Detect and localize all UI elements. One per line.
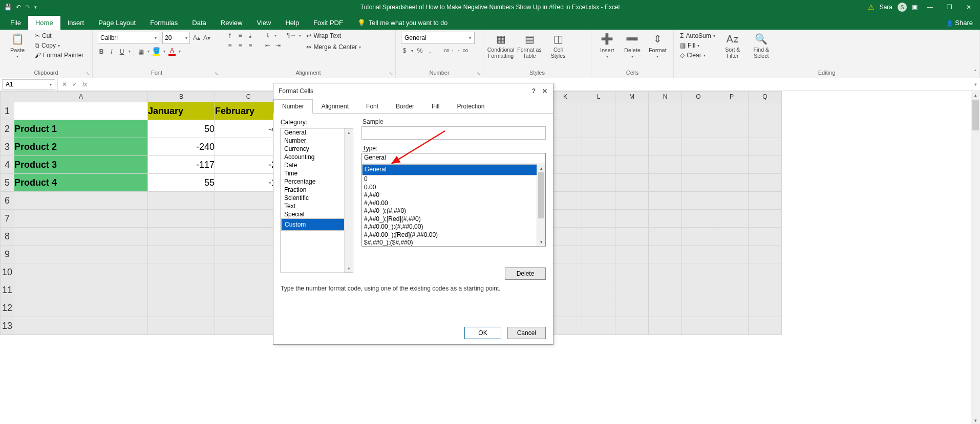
cell[interactable] [615,228,649,246]
indent-increase-icon[interactable]: ⇥ [274,42,282,49]
cell[interactable] [749,317,782,335]
close-window-button[interactable]: ✕ [962,4,976,11]
share-button[interactable]: 👤 Share [939,16,980,30]
tell-me[interactable]: 💡 Tell me what you want to do [350,16,455,30]
alignment-launcher-icon[interactable]: ⤡ [389,71,393,76]
dialog-tab-protection[interactable]: Protection [448,99,493,114]
type-item[interactable]: #,##0.00_);[Red](#,##0.00) [362,231,545,239]
cell[interactable]: -21 [215,156,282,174]
row-header[interactable]: 12 [1,299,14,317]
align-center-icon[interactable]: ≡ [237,42,244,49]
cell[interactable] [549,263,582,281]
cell[interactable] [148,246,215,263]
cell[interactable] [615,299,649,317]
copy-button[interactable]: ⧉Copy▾ [34,41,84,50]
cell[interactable] [715,317,749,335]
type-item[interactable]: General [362,164,545,175]
border-button[interactable]: ▦ [137,48,144,55]
type-item[interactable]: #,##0.00_);(#,##0.00) [362,223,545,231]
cell[interactable] [14,246,148,263]
tab-home[interactable]: Home [28,16,60,30]
col-header[interactable]: C [215,92,282,102]
col-header[interactable]: L [582,92,615,102]
cell[interactable] [215,210,282,228]
row-header[interactable]: 7 [1,210,14,228]
cell[interactable] [715,299,749,317]
cell[interactable] [215,192,282,210]
cancel-formula-icon[interactable]: ✕ [62,81,67,88]
row-header[interactable]: 5 [1,174,14,192]
row-header[interactable]: 2 [1,120,14,138]
decrease-decimal-icon[interactable]: ←.00 [457,48,468,53]
cell[interactable] [615,210,649,228]
cell[interactable] [649,263,682,281]
cell[interactable] [615,138,649,156]
cell[interactable]: Product 2 [14,138,148,156]
cell[interactable] [582,281,615,299]
enter-formula-icon[interactable]: ✓ [72,81,77,88]
cell[interactable] [715,102,749,120]
orientation-icon[interactable]: ⤹ [264,32,271,39]
cell[interactable] [615,246,649,263]
vertical-scrollbar[interactable]: ▴ ▾ [971,91,980,424]
name-box[interactable]: A1▾ [2,79,55,90]
cell[interactable] [14,263,148,281]
cell[interactable] [582,120,615,138]
collapse-ribbon-icon[interactable]: ˄ [974,69,977,76]
cell[interactable] [148,263,215,281]
col-header[interactable]: P [715,92,749,102]
cell[interactable] [549,281,582,299]
cell[interactable] [215,246,282,263]
cell[interactable] [682,102,715,120]
cell[interactable] [715,156,749,174]
cell[interactable]: 8 [215,138,282,156]
font-name-combo[interactable]: Calibri▾ [98,32,159,44]
cell[interactable] [549,138,582,156]
cell[interactable] [615,120,649,138]
avatar[interactable]: S [898,3,907,12]
category-item[interactable]: Scientific [281,194,353,202]
type-item[interactable]: $#,##0_);($#,##0) [362,239,545,247]
cell[interactable] [715,263,749,281]
cell[interactable] [749,102,782,120]
align-middle-icon[interactable]: ≡ [237,32,244,39]
select-all-corner[interactable] [1,92,14,102]
cell[interactable] [549,174,582,192]
type-item[interactable]: #,##0 [362,191,545,199]
type-list[interactable]: General00.00#,##0#,##0.00#,##0_);(#,##0)… [361,164,546,247]
cell[interactable] [682,299,715,317]
find-select-button[interactable]: 🔍Find & Select [749,32,774,59]
cell[interactable] [582,210,615,228]
cell[interactable] [749,228,782,246]
cell[interactable] [549,156,582,174]
row-header[interactable]: 13 [1,317,14,335]
cell[interactable] [715,281,749,299]
cell[interactable] [549,102,582,120]
cell[interactable] [549,192,582,210]
cell[interactable] [749,192,782,210]
cell[interactable] [215,281,282,299]
category-item[interactable]: Accounting [281,153,353,161]
type-input[interactable]: General [361,153,546,164]
col-header[interactable]: B [148,92,215,102]
cell[interactable] [649,299,682,317]
delete-button[interactable]: Delete [505,267,546,280]
cell[interactable]: -11 [215,174,282,192]
row-header[interactable]: 10 [1,263,14,281]
cell[interactable] [549,246,582,263]
tab-help[interactable]: Help [278,16,306,30]
autosum-button[interactable]: ΣAutoSum▾ [679,32,716,40]
cell[interactable] [682,120,715,138]
cell[interactable] [715,138,749,156]
cell[interactable]: -117 [148,156,215,174]
category-item[interactable]: Date [281,161,353,169]
cell[interactable] [549,299,582,317]
ltr-icon[interactable]: ¶→ [287,32,296,39]
cell[interactable] [649,246,682,263]
font-launcher-icon[interactable]: ⤡ [215,71,219,76]
scroll-down-icon[interactable]: ▾ [971,416,980,424]
row-header[interactable]: 6 [1,192,14,210]
currency-icon[interactable]: $ [401,47,408,54]
cell[interactable] [749,174,782,192]
tab-review[interactable]: Review [214,16,250,30]
